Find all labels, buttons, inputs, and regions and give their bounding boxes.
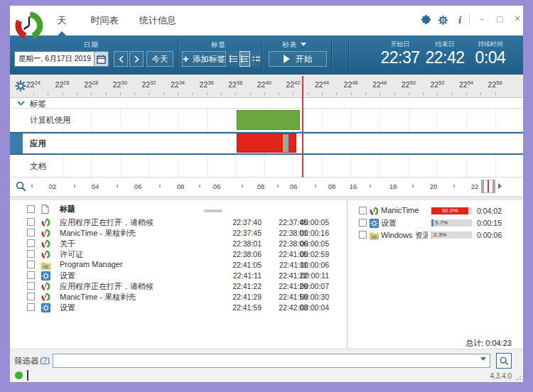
add-tag-button[interactable]: +添加标签 [182,51,226,67]
table-row[interactable]: ManicTime - 果核剥壳22:41:2922:41:5900:00:30 [10,291,347,302]
info-icon[interactable]: i [453,13,466,26]
table-row[interactable]: Program Manager22:41:0522:41:1100:00:06 [10,259,347,270]
time-ruler[interactable]: 2224222622282230223222342236223822402242… [10,75,523,98]
manictime-icon [41,249,51,258]
app-summary-row[interactable]: ManicTime92.0%0:04:02 [348,205,523,217]
day-overview-strip[interactable]: 020406080608060816182022 [10,178,523,196]
select-all-checkbox[interactable] [27,205,35,213]
ruler-tick [279,92,279,95]
tab-statistics[interactable]: 统计信息 [132,14,183,27]
row-checkbox[interactable] [27,303,35,311]
ruler-tick [336,92,337,95]
ruler-tick [77,92,77,95]
ruler-label: 2240 [257,80,271,89]
resize-grip-icon[interactable] [515,374,522,381]
table-row[interactable]: 设置22:41:1122:41:2200:00:11 [10,270,347,281]
table-row[interactable]: 设置22:41:5922:42:0300:00:04 [10,302,347,312]
row-checkbox[interactable] [27,271,35,279]
play-icon [284,55,290,63]
app-summary-row[interactable]: Windows 资源管理器2.3%0:00:06 [348,229,523,241]
overview-tick [117,185,118,187]
close-button[interactable]: ✕ [510,11,523,26]
folder-icon [370,230,379,239]
tab-day[interactable]: 天 [53,14,71,27]
duration: 00:00:16 [296,229,329,237]
today-button[interactable]: 今天 [146,51,173,67]
computer-usage-activity-bar[interactable] [237,110,300,130]
application-activity-bar[interactable] [237,134,296,153]
table-row[interactable]: 许可证22:38:0622:41:0500:02:59 [10,249,347,259]
date-input[interactable]: 星期一, 6月17日 2019 [14,51,95,67]
overview-tick [159,185,161,187]
ruler-tick [91,92,92,95]
chevron-down-icon[interactable] [17,101,25,106]
row-title: 许可证 [60,249,83,260]
table-row[interactable]: 应用程序正在打开，请稍候22:37:4022:37:4500:00:05 [10,217,347,227]
ruler-label: 2226 [55,80,70,89]
date-section-header: 日期 [84,40,99,50]
start-time: 22:38:06 [217,250,262,258]
manictime-logo-icon [14,9,44,44]
minimize-button[interactable]: – [475,11,489,26]
app-summary-row[interactable]: 设置5.7%0:00:15 [348,217,523,229]
app-name: 设置 [381,218,428,229]
zoom-magnifier-icon[interactable] [16,181,26,192]
plugins-icon[interactable] [419,13,432,26]
row-checkbox[interactable] [27,250,35,258]
slider-right-arrow-icon[interactable] [498,183,502,189]
maximize-button[interactable]: ▢ [492,11,507,26]
overview-hour-label: 18 [389,183,397,190]
table-row[interactable]: ManicTime - 果核剥壳22:37:4522:38:0100:00:16 [10,227,347,238]
ruler-tick [221,92,222,95]
folder-icon [41,260,51,269]
compact-view-icon [252,55,260,62]
calendar-icon [97,55,106,64]
row-checkbox[interactable] [359,231,367,239]
vertical-divider[interactable] [347,200,348,349]
overview-tick [74,185,75,187]
section-separator [178,37,178,73]
filter-help-link[interactable]: (?) [40,356,50,364]
duration: 00:00:04 [296,303,329,312]
title-column-header[interactable]: 标题 [60,204,75,214]
row-checkbox[interactable] [27,261,35,268]
activity-segment[interactable] [237,134,283,152]
row-checkbox[interactable] [27,218,35,226]
row-checkbox[interactable] [27,282,35,290]
settings-gear-icon[interactable] [436,13,449,26]
row-checkbox[interactable] [27,293,35,300]
stopwatch-start-button[interactable]: 开始 [269,51,327,67]
ruler-tick [351,92,352,95]
ruler-label: 2254 [459,80,473,89]
tag-view-list-button[interactable] [228,51,239,67]
tag-view-detail-button[interactable] [239,51,250,67]
row-checkbox[interactable] [27,229,35,236]
horizontal-scrollbar-thumb[interactable] [204,209,222,212]
total-duration: 总计: 0:04:23 [465,338,512,349]
filter-input[interactable] [53,354,490,368]
overview-zoom-slider[interactable] [481,180,495,193]
table-row[interactable]: 关于22:38:0122:38:0600:00:05 [10,238,347,249]
table-row[interactable]: 应用程序正在打开，请稍候22:41:2222:41:2900:00:07 [10,281,347,291]
stopwatch-section-header[interactable]: 秒表 [282,40,306,50]
filter-dropdown-caret-icon[interactable] [480,357,486,361]
timeline-settings-gear-icon[interactable] [15,80,26,94]
duration: 0:04:02 [466,207,502,215]
next-day-button[interactable] [129,51,144,67]
tag-group-row[interactable]: 标签 [10,98,523,109]
overview-tick [31,185,33,187]
row-checkbox[interactable] [359,219,367,227]
tab-timesheet[interactable]: 时间表 [85,14,124,27]
calendar-button[interactable] [94,51,109,67]
search-button[interactable] [496,353,512,369]
activity-segment[interactable] [289,134,296,152]
overview-hour-label: 08 [177,183,185,190]
chevron-right-icon [134,55,139,63]
row-checkbox[interactable] [359,207,367,214]
start-time: 22:37:40 [217,218,262,227]
row-checkbox[interactable] [27,239,35,247]
prev-day-button[interactable] [114,51,128,67]
selected-row-marker [10,134,23,153]
timeline-row-documents[interactable]: 文档 [10,155,523,178]
tag-view-compact-button[interactable] [251,51,262,67]
